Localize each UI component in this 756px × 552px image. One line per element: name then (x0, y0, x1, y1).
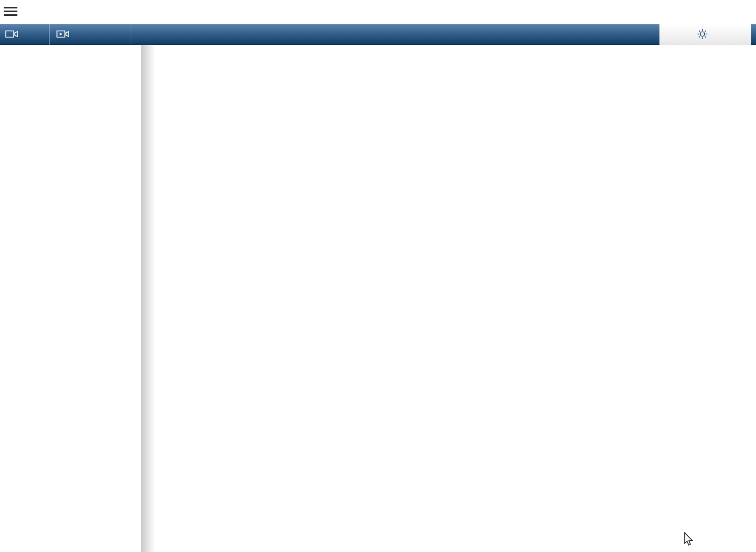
main-content (0, 0, 756, 552)
page (0, 0, 756, 552)
